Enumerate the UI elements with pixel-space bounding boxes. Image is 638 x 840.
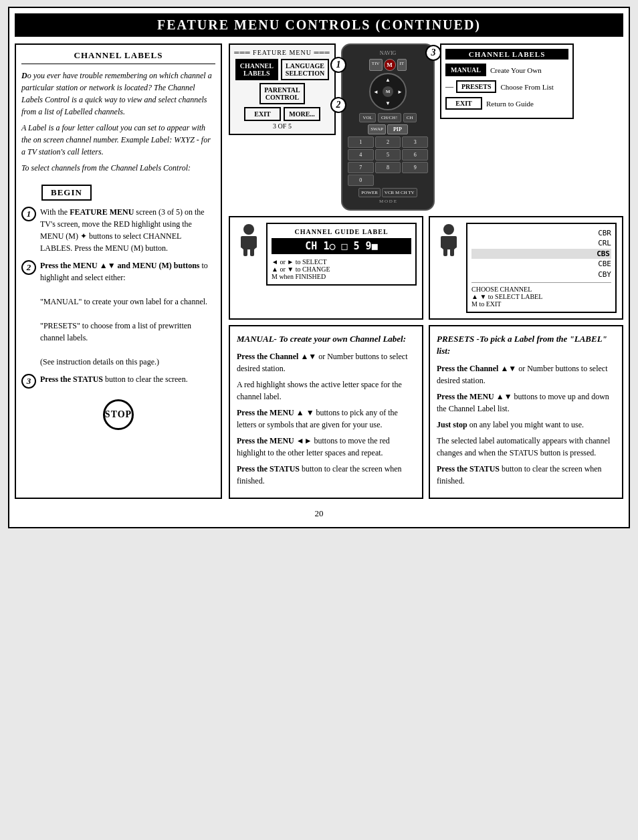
- middle-section: CHANNEL GUIDE LABEL CH 1○ □ 5 9■ ◄ or ► …: [229, 216, 623, 320]
- manual-section: MANUAL- To create your own Channel Label…: [229, 325, 423, 499]
- intro-p2: A Label is a four letter callout you can…: [21, 122, 215, 158]
- channel-labels-panel-title: CHANNEL LABELS: [445, 49, 568, 60]
- svg-point-0: [243, 224, 254, 235]
- manual-btn[interactable]: MANUAL: [445, 64, 486, 76]
- steps-section: 1 With the FEATURE MENU screen (3 of 5) …: [21, 206, 215, 389]
- intro-p3: To select channels from the Channel Labe…: [21, 162, 215, 174]
- step-3-circle: 3: [21, 374, 36, 389]
- guide-ctrl-2: ▲ or ▼ to CHANGE: [272, 266, 411, 273]
- header-title: Feature Menu Controls (Continued): [157, 17, 481, 32]
- menu-count: 3 OF 5: [234, 122, 330, 130]
- manual-p2: A red highlight shows the active letter …: [237, 379, 415, 403]
- step-1-circle: 1: [21, 207, 36, 221]
- svg-rect-11: [450, 248, 454, 256]
- svg-rect-2: [241, 236, 245, 248]
- manual-p1: Press the Channel ▲▼ or Number buttons t…: [237, 350, 415, 375]
- presets-p4: The selected label automatically appears…: [437, 435, 615, 459]
- channel-guide-content: CHANNEL GUIDE LABEL CH 1○ □ 5 9■ ◄ or ► …: [266, 223, 417, 286]
- stop-circle: STOP: [103, 399, 134, 430]
- cbs-ctrl-2: ▲ ▼ to SELECT LABEL: [471, 293, 611, 300]
- bottom-section: MANUAL- To create your own Channel Label…: [229, 325, 623, 499]
- right-panel: ═══ FEATURE MENU ═══ CHANNELLABELS LANGU…: [229, 43, 623, 499]
- left-panel-title: Channel Labels: [21, 50, 215, 64]
- manual-title: MANUAL- To create your own Channel Label…: [237, 333, 415, 345]
- svg-rect-9: [453, 236, 457, 248]
- right-top-section: ═══ FEATURE MENU ═══ CHANNELLABELS LANGU…: [229, 43, 623, 211]
- svg-rect-10: [443, 248, 447, 256]
- channel-labels-panel-area: CHANNEL LABELS MANUAL Create Your Own — …: [440, 43, 623, 211]
- step-2-circle: 2: [21, 260, 36, 275]
- page-container: Feature Menu Controls (Continued) Channe…: [8, 7, 630, 528]
- cbs-section: CBR CRL CBS CBE CBY CHOOSE CHANNEL ▲ ▼ t…: [429, 216, 623, 320]
- exit-ch-btn[interactable]: EXIT: [445, 97, 482, 110]
- guide-ctrl-3: M when FINISHED: [272, 273, 411, 280]
- manual-p3: Press the MENU ▲ ▼ buttons to pick any o…: [237, 407, 415, 431]
- presets-section: PRESETS -To pick a Label from the "LABEL…: [429, 325, 623, 499]
- left-panel: Channel Labels Do you ever have trouble …: [15, 43, 222, 499]
- presets-p5: Press the STATUS button to clear the scr…: [437, 463, 615, 487]
- channel-labels-btn[interactable]: CHANNELLABELS: [235, 59, 278, 80]
- feature-menu-box: ═══ FEATURE MENU ═══ CHANNELLABELS LANGU…: [229, 43, 336, 135]
- cbs-content: CBR CRL CBS CBE CBY CHOOSE CHANNEL ▲ ▼ t…: [466, 223, 617, 313]
- parental-control-btn[interactable]: PARENTALCONTROL: [259, 83, 305, 104]
- step-3: 3 Press the STATUS button to clear the s…: [21, 373, 215, 389]
- step-badge-1-overlay: 1: [330, 57, 346, 73]
- manual-option: MANUAL Create Your Own: [445, 64, 568, 76]
- step-1-text: With the FEATURE MENU screen (3 of 5) on…: [40, 206, 215, 254]
- presets-p2: Press the MENU ▲▼ buttons to move up and…: [437, 391, 615, 415]
- manual-p5: Press the STATUS button to clear the scr…: [237, 463, 415, 487]
- svg-rect-4: [243, 248, 247, 256]
- manual-p4: Press the MENU ◄► buttons to move the re…: [237, 435, 415, 459]
- main-layout: Channel Labels Do you ever have trouble …: [15, 43, 623, 499]
- presets-title: PRESETS -To pick a Label from the "LABEL…: [437, 333, 615, 357]
- step-3-text: Press the STATUS button to clear the scr…: [40, 373, 215, 385]
- feature-menu-title: ═══ FEATURE MENU ═══: [234, 49, 330, 56]
- presets-btn[interactable]: PRESETS: [456, 80, 496, 93]
- svg-rect-5: [250, 248, 254, 256]
- presets-p3: Just stop on any label you might want to…: [437, 419, 615, 431]
- step-2: 2 Press the MENU ▲▼ and MENU (M) buttons…: [21, 259, 215, 368]
- step-1: 1 With the FEATURE MENU screen (3 of 5) …: [21, 206, 215, 254]
- cbs-ctrl-1: CHOOSE CHANNEL: [471, 286, 611, 293]
- stop-wrapper: STOP: [21, 394, 215, 435]
- cbs-channels-list: CBR CRL CBS CBE CBY: [471, 228, 611, 280]
- arrow-icon: —: [445, 82, 453, 92]
- step-2-text: Press the MENU ▲▼ and MENU (M) buttons t…: [40, 259, 215, 368]
- presets-content: Press the Channel ▲▼ or Number buttons t…: [437, 362, 615, 487]
- person-icon-left: [235, 223, 262, 259]
- remote-control: NAVIG TIV M IT ▲ ▼ ◄ ►: [341, 43, 435, 211]
- exit-btn-menu[interactable]: EXIT: [244, 107, 281, 121]
- svg-rect-8: [441, 236, 445, 248]
- person-icon-right: [435, 223, 462, 259]
- exit-option: EXIT Return to Guide: [445, 97, 568, 110]
- cbs-controls: CHOOSE CHANNEL ▲ ▼ to SELECT LABEL M to …: [471, 282, 611, 308]
- svg-point-6: [443, 224, 454, 235]
- step-badge-2-overlay: 2: [330, 97, 346, 113]
- intro-text: Do you ever have trouble remembering on …: [21, 70, 215, 174]
- step-badge-3-overlay: 3: [425, 45, 441, 61]
- svg-rect-3: [253, 236, 257, 248]
- presets-option: — PRESETS Choose From List: [445, 80, 568, 93]
- exit-desc: Return to Guide: [486, 100, 534, 108]
- cbs-ctrl-3: M to EXIT: [471, 300, 611, 308]
- feature-menu-area: ═══ FEATURE MENU ═══ CHANNELLABELS LANGU…: [229, 43, 336, 211]
- presets-p1: Press the Channel ▲▼ or Number buttons t…: [437, 362, 615, 387]
- presets-desc: Choose From List: [500, 83, 553, 91]
- channel-guide-section: CHANNEL GUIDE LABEL CH 1○ □ 5 9■ ◄ or ► …: [229, 216, 423, 320]
- manual-content: Press the Channel ▲▼ or Number buttons t…: [237, 350, 415, 487]
- guide-controls: ◄ or ► to SELECT ▲ or ▼ to CHANGE M when…: [272, 258, 411, 280]
- channel-display: CH 1○ □ 5 9■: [272, 238, 411, 254]
- channel-labels-panel: CHANNEL LABELS MANUAL Create Your Own — …: [440, 43, 574, 119]
- remote-area: 2 1 NAVIG TIV M IT: [341, 43, 435, 211]
- page-number: 20: [15, 506, 623, 522]
- more-btn[interactable]: MORE...: [284, 107, 320, 121]
- page-header: Feature Menu Controls (Continued): [15, 13, 623, 37]
- manual-desc: Create Your Own: [490, 66, 542, 74]
- language-selection-btn[interactable]: LANGUAGESELECTION: [281, 59, 329, 80]
- begin-box: BEGIN: [41, 185, 92, 201]
- channel-guide-title: CHANNEL GUIDE LABEL: [272, 228, 411, 235]
- guide-ctrl-1: ◄ or ► to SELECT: [272, 258, 411, 266]
- intro-p1: Do you ever have trouble remembering on …: [21, 70, 215, 118]
